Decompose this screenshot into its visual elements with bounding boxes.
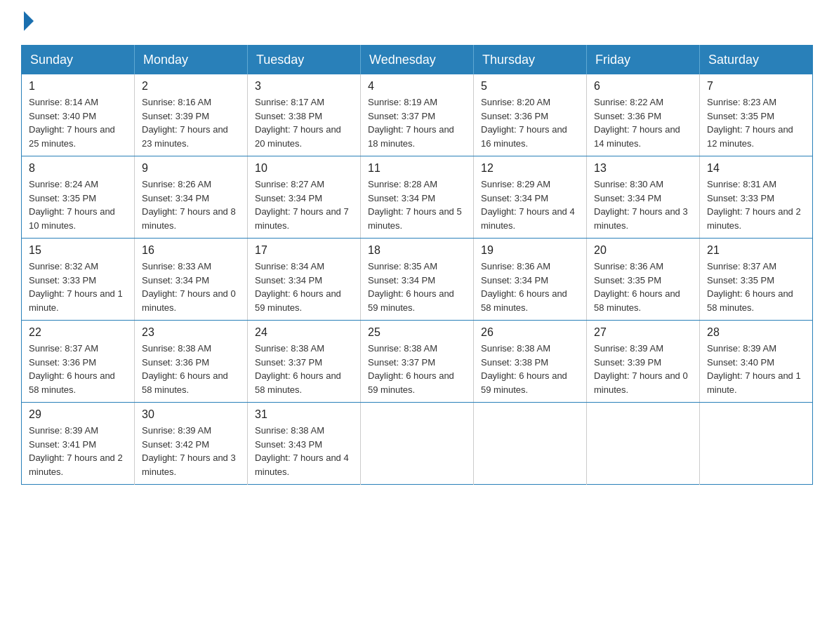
day-info: Sunrise: 8:33 AM Sunset: 3:34 PM Dayligh… [142, 260, 240, 314]
calendar-cell [587, 403, 700, 485]
day-number: 16 [142, 244, 240, 257]
day-number: 13 [594, 162, 692, 175]
day-number: 10 [255, 162, 353, 175]
calendar-cell: 22 Sunrise: 8:37 AM Sunset: 3:36 PM Dayl… [22, 321, 135, 403]
day-info: Sunrise: 8:39 AM Sunset: 3:40 PM Dayligh… [707, 342, 805, 396]
calendar-cell: 11 Sunrise: 8:28 AM Sunset: 3:34 PM Dayl… [361, 156, 474, 239]
calendar-cell: 17 Sunrise: 8:34 AM Sunset: 3:34 PM Dayl… [248, 239, 361, 321]
calendar-cell: 29 Sunrise: 8:39 AM Sunset: 3:41 PM Dayl… [22, 403, 135, 485]
day-number: 19 [481, 244, 579, 257]
calendar-week-row: 15 Sunrise: 8:32 AM Sunset: 3:33 PM Dayl… [22, 239, 813, 321]
weekday-header-thursday: Thursday [474, 46, 587, 75]
calendar-cell: 6 Sunrise: 8:22 AM Sunset: 3:36 PM Dayli… [587, 74, 700, 156]
day-number: 1 [29, 80, 127, 93]
day-number: 25 [368, 326, 466, 339]
day-number: 15 [29, 244, 127, 257]
day-info: Sunrise: 8:35 AM Sunset: 3:34 PM Dayligh… [368, 260, 466, 314]
day-info: Sunrise: 8:14 AM Sunset: 3:40 PM Dayligh… [29, 95, 127, 150]
day-info: Sunrise: 8:38 AM Sunset: 3:36 PM Dayligh… [142, 342, 240, 396]
day-info: Sunrise: 8:39 AM Sunset: 3:39 PM Dayligh… [594, 342, 692, 396]
day-info: Sunrise: 8:38 AM Sunset: 3:38 PM Dayligh… [481, 342, 579, 396]
page-header [21, 14, 813, 31]
calendar-cell: 23 Sunrise: 8:38 AM Sunset: 3:36 PM Dayl… [135, 321, 248, 403]
weekday-header-saturday: Saturday [700, 46, 813, 75]
day-number: 27 [594, 326, 692, 339]
day-number: 12 [481, 162, 579, 175]
calendar-cell: 5 Sunrise: 8:20 AM Sunset: 3:36 PM Dayli… [474, 74, 587, 156]
calendar-cell: 8 Sunrise: 8:24 AM Sunset: 3:35 PM Dayli… [22, 156, 135, 239]
day-number: 26 [481, 326, 579, 339]
day-number: 18 [368, 244, 466, 257]
day-number: 21 [707, 244, 805, 257]
weekday-header-wednesday: Wednesday [361, 46, 474, 75]
logo [21, 14, 34, 31]
day-number: 6 [594, 80, 692, 93]
day-number: 8 [29, 162, 127, 175]
day-number: 14 [707, 162, 805, 175]
day-number: 22 [29, 326, 127, 339]
day-info: Sunrise: 8:26 AM Sunset: 3:34 PM Dayligh… [142, 177, 240, 232]
calendar-cell: 31 Sunrise: 8:38 AM Sunset: 3:43 PM Dayl… [248, 403, 361, 485]
day-info: Sunrise: 8:28 AM Sunset: 3:34 PM Dayligh… [368, 177, 466, 232]
day-info: Sunrise: 8:31 AM Sunset: 3:33 PM Dayligh… [707, 177, 805, 232]
calendar-cell: 4 Sunrise: 8:19 AM Sunset: 3:37 PM Dayli… [361, 74, 474, 156]
calendar-cell: 28 Sunrise: 8:39 AM Sunset: 3:40 PM Dayl… [700, 321, 813, 403]
day-info: Sunrise: 8:38 AM Sunset: 3:37 PM Dayligh… [255, 342, 353, 396]
calendar-cell: 15 Sunrise: 8:32 AM Sunset: 3:33 PM Dayl… [22, 239, 135, 321]
calendar-cell: 2 Sunrise: 8:16 AM Sunset: 3:39 PM Dayli… [135, 74, 248, 156]
day-info: Sunrise: 8:30 AM Sunset: 3:34 PM Dayligh… [594, 177, 692, 232]
calendar-week-row: 29 Sunrise: 8:39 AM Sunset: 3:41 PM Dayl… [22, 403, 813, 485]
day-info: Sunrise: 8:36 AM Sunset: 3:35 PM Dayligh… [594, 260, 692, 314]
day-info: Sunrise: 8:39 AM Sunset: 3:42 PM Dayligh… [142, 424, 240, 478]
calendar-cell: 12 Sunrise: 8:29 AM Sunset: 3:34 PM Dayl… [474, 156, 587, 239]
calendar-cell: 20 Sunrise: 8:36 AM Sunset: 3:35 PM Dayl… [587, 239, 700, 321]
calendar-cell: 14 Sunrise: 8:31 AM Sunset: 3:33 PM Dayl… [700, 156, 813, 239]
day-number: 30 [142, 408, 240, 421]
day-info: Sunrise: 8:37 AM Sunset: 3:35 PM Dayligh… [707, 260, 805, 314]
day-info: Sunrise: 8:29 AM Sunset: 3:34 PM Dayligh… [481, 177, 579, 232]
calendar-cell: 30 Sunrise: 8:39 AM Sunset: 3:42 PM Dayl… [135, 403, 248, 485]
day-number: 3 [255, 80, 353, 93]
calendar-cell: 27 Sunrise: 8:39 AM Sunset: 3:39 PM Dayl… [587, 321, 700, 403]
day-number: 20 [594, 244, 692, 257]
day-info: Sunrise: 8:37 AM Sunset: 3:36 PM Dayligh… [29, 342, 127, 396]
day-number: 31 [255, 408, 353, 421]
day-info: Sunrise: 8:27 AM Sunset: 3:34 PM Dayligh… [255, 177, 353, 232]
calendar-cell [474, 403, 587, 485]
logo-arrow-icon [24, 11, 34, 31]
day-number: 5 [481, 80, 579, 93]
calendar-week-row: 8 Sunrise: 8:24 AM Sunset: 3:35 PM Dayli… [22, 156, 813, 239]
calendar-week-row: 22 Sunrise: 8:37 AM Sunset: 3:36 PM Dayl… [22, 321, 813, 403]
day-info: Sunrise: 8:22 AM Sunset: 3:36 PM Dayligh… [594, 95, 692, 150]
day-info: Sunrise: 8:20 AM Sunset: 3:36 PM Dayligh… [481, 95, 579, 150]
calendar-week-row: 1 Sunrise: 8:14 AM Sunset: 3:40 PM Dayli… [22, 74, 813, 156]
calendar-cell: 3 Sunrise: 8:17 AM Sunset: 3:38 PM Dayli… [248, 74, 361, 156]
day-info: Sunrise: 8:39 AM Sunset: 3:41 PM Dayligh… [29, 424, 127, 478]
calendar-cell [361, 403, 474, 485]
day-info: Sunrise: 8:16 AM Sunset: 3:39 PM Dayligh… [142, 95, 240, 150]
day-info: Sunrise: 8:34 AM Sunset: 3:34 PM Dayligh… [255, 260, 353, 314]
day-info: Sunrise: 8:17 AM Sunset: 3:38 PM Dayligh… [255, 95, 353, 150]
weekday-header-tuesday: Tuesday [248, 46, 361, 75]
calendar-cell: 24 Sunrise: 8:38 AM Sunset: 3:37 PM Dayl… [248, 321, 361, 403]
day-info: Sunrise: 8:24 AM Sunset: 3:35 PM Dayligh… [29, 177, 127, 232]
day-info: Sunrise: 8:23 AM Sunset: 3:35 PM Dayligh… [707, 95, 805, 150]
calendar-cell: 16 Sunrise: 8:33 AM Sunset: 3:34 PM Dayl… [135, 239, 248, 321]
day-info: Sunrise: 8:36 AM Sunset: 3:34 PM Dayligh… [481, 260, 579, 314]
day-number: 9 [142, 162, 240, 175]
weekday-header-monday: Monday [135, 46, 248, 75]
calendar-cell: 9 Sunrise: 8:26 AM Sunset: 3:34 PM Dayli… [135, 156, 248, 239]
day-number: 7 [707, 80, 805, 93]
day-number: 2 [142, 80, 240, 93]
calendar-cell [700, 403, 813, 485]
calendar-cell: 21 Sunrise: 8:37 AM Sunset: 3:35 PM Dayl… [700, 239, 813, 321]
day-number: 24 [255, 326, 353, 339]
day-number: 17 [255, 244, 353, 257]
calendar-cell: 13 Sunrise: 8:30 AM Sunset: 3:34 PM Dayl… [587, 156, 700, 239]
weekday-header-sunday: Sunday [22, 46, 135, 75]
day-info: Sunrise: 8:38 AM Sunset: 3:37 PM Dayligh… [368, 342, 466, 396]
calendar-cell: 25 Sunrise: 8:38 AM Sunset: 3:37 PM Dayl… [361, 321, 474, 403]
weekday-header-friday: Friday [587, 46, 700, 75]
weekday-header-row: SundayMondayTuesdayWednesdayThursdayFrid… [22, 46, 813, 75]
day-number: 23 [142, 326, 240, 339]
